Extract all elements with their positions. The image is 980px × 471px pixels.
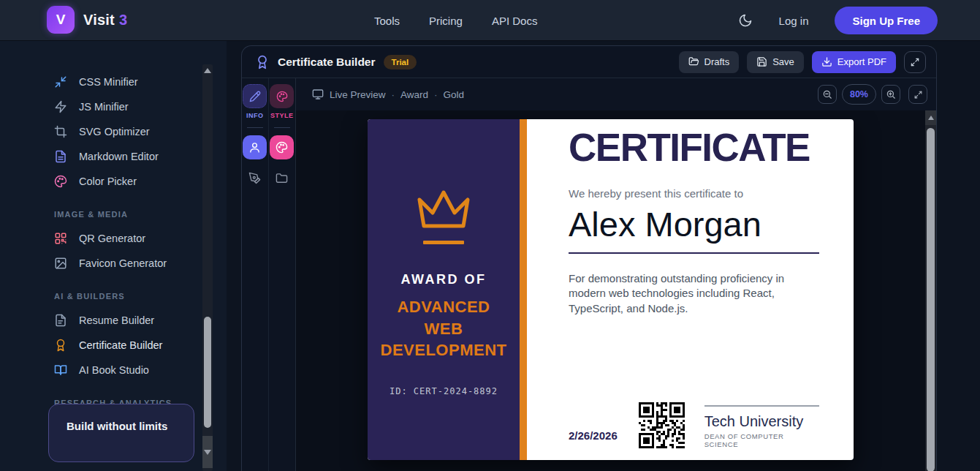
sidebar-section-ai-builders: AI & BUILDERS xyxy=(54,292,227,301)
certificate-footer: 2/26/2026 Tech University DEAN OF COMPUT… xyxy=(569,402,819,448)
sidebar-item-ai-book-studio[interactable]: AI Book Studio xyxy=(54,358,227,383)
zoom-in-icon xyxy=(886,89,896,99)
nav-link-pricing[interactable]: Pricing xyxy=(429,15,463,27)
sidebar-scrollbar-thumb[interactable] xyxy=(204,317,211,428)
scroll-up-arrow[interactable] xyxy=(925,110,936,125)
info-rail-column: INFO xyxy=(242,78,269,471)
sidebar-item-label: AI Book Studio xyxy=(79,364,149,376)
sidebar-item-label: Color Picker xyxy=(79,176,137,187)
scroll-up-arrow[interactable] xyxy=(202,64,213,76)
tab-style[interactable] xyxy=(270,84,294,108)
sidebar-item-label: Markdown Editor xyxy=(79,151,159,162)
present-line: We hereby present this certificate to xyxy=(569,187,819,200)
pencil-icon xyxy=(249,91,261,102)
save-icon xyxy=(756,56,767,67)
save-button[interactable]: Save xyxy=(747,51,804,73)
certificate-right-panel: CERTIFICATE We hereby present this certi… xyxy=(527,119,854,460)
sidebar-item-label: Favicon Generator xyxy=(79,257,167,269)
pen-tool-icon[interactable] xyxy=(248,172,261,184)
sidebar-item-resume-builder[interactable]: Resume Builder xyxy=(54,308,227,333)
preview-scrollbar[interactable] xyxy=(925,110,936,471)
tab-style-label: STYLE xyxy=(270,112,294,119)
theme-toggle-moon-icon[interactable] xyxy=(738,13,753,28)
zoom-level[interactable]: 80% xyxy=(842,84,876,105)
course-title: ADVANCED WEB DEVELOPMENT xyxy=(368,296,520,361)
editor-rail: INFO STYLE xyxy=(242,78,296,471)
signature-block: Tech University DEAN OF COMPUTER SCIENCE xyxy=(704,405,819,448)
login-link[interactable]: Log in xyxy=(779,15,809,27)
folder-icon[interactable] xyxy=(276,172,288,184)
download-icon xyxy=(821,56,832,67)
preview-column: Live Preview · Award · Gold 80% xyxy=(296,78,936,471)
separator-dot: · xyxy=(434,89,438,100)
zoom-out-icon xyxy=(822,89,832,99)
certificate-builder-panel: Certificate Builder Trial Drafts Save Ex… xyxy=(241,45,937,471)
certificate-date: 2/26/2026 xyxy=(569,429,621,442)
page-title: Certificate Builder xyxy=(278,56,376,69)
nav-link-api-docs[interactable]: API Docs xyxy=(492,15,538,27)
recipient-info-button[interactable] xyxy=(243,135,267,159)
certificate-title: CERTIFICATE xyxy=(569,127,819,169)
award-of-label: AWARD OF xyxy=(401,272,487,287)
signup-button[interactable]: Sign Up Free xyxy=(835,7,938,34)
crop-icon xyxy=(54,125,67,138)
sidebar-item-favicon-generator[interactable]: Favicon Generator xyxy=(54,251,227,276)
preview-fullscreen-button[interactable] xyxy=(908,85,927,104)
recipient-name: Alex Morgan xyxy=(569,203,810,245)
scroll-down-arrow[interactable] xyxy=(202,436,213,468)
palette-icon xyxy=(276,91,288,102)
sidebar-item-label: Certificate Builder xyxy=(79,339,162,351)
sidebar-item-label: CSS Minifier xyxy=(79,76,138,88)
sidebar-section-image-media: IMAGE & MEDIA xyxy=(54,210,227,219)
sidebar-item-css-minifier[interactable]: CSS Minifier xyxy=(54,69,227,94)
logo-version: 3 xyxy=(119,12,127,29)
nav-link-tools[interactable]: Tools xyxy=(374,15,400,27)
preview-canvas: AWARD OF ADVANCED WEB DEVELOPMENT ID: CE… xyxy=(296,110,936,471)
user-icon xyxy=(248,141,261,154)
nav-right: Log in Sign Up Free xyxy=(738,0,938,41)
rail-divider xyxy=(247,127,263,128)
save-label: Save xyxy=(772,56,794,67)
theme-name: Gold xyxy=(444,89,465,100)
image-icon xyxy=(54,257,67,270)
monitor-icon xyxy=(312,88,324,100)
sidebar-item-markdown-editor[interactable]: Markdown Editor xyxy=(54,144,227,169)
sidebar-item-js-minifier[interactable]: JS Minifier xyxy=(54,94,227,119)
sidebar-scrollbar[interactable] xyxy=(202,64,213,471)
file-text-icon xyxy=(54,150,67,163)
certificate-accent-stripe xyxy=(520,119,527,460)
promo-card[interactable]: Build without limits xyxy=(48,404,194,462)
minimize-icon xyxy=(54,75,67,88)
app-logo[interactable]: V Visit 3 xyxy=(47,6,127,34)
crown-underline xyxy=(423,241,464,244)
tab-info[interactable] xyxy=(243,84,267,108)
preview-scrollbar-thumb[interactable] xyxy=(927,128,935,471)
certificate-left-panel: AWARD OF ADVANCED WEB DEVELOPMENT ID: CE… xyxy=(368,119,520,460)
zoom-out-button[interactable] xyxy=(818,85,837,104)
rail-divider xyxy=(274,127,290,128)
panel-header: Certificate Builder Trial Drafts Save Ex… xyxy=(242,46,936,78)
sidebar-item-qr-generator[interactable]: QR Generator xyxy=(54,226,227,251)
certificate-id: ID: CERT-2024-8892 xyxy=(390,386,498,396)
promo-title: Build without limits xyxy=(67,420,194,432)
fullscreen-button[interactable] xyxy=(904,51,926,73)
maximize-icon xyxy=(913,90,923,99)
certificate-description: For demonstrating outstanding proficienc… xyxy=(569,271,804,317)
zap-icon xyxy=(54,100,67,113)
sidebar-item-certificate-builder[interactable]: Certificate Builder xyxy=(54,333,227,358)
export-pdf-button[interactable]: Export PDF xyxy=(812,51,896,73)
issuer-name: Tech University xyxy=(704,413,819,430)
trial-badge: Trial xyxy=(384,55,417,69)
folder-open-icon xyxy=(688,56,699,67)
palette-icon xyxy=(276,141,288,154)
drafts-button[interactable]: Drafts xyxy=(679,51,740,73)
certificate-preview: AWARD OF ADVANCED WEB DEVELOPMENT ID: CE… xyxy=(368,119,854,460)
name-underline xyxy=(569,252,819,254)
award-icon xyxy=(54,339,67,352)
sidebar-item-color-picker[interactable]: Color Picker xyxy=(54,169,227,194)
zoom-in-button[interactable] xyxy=(881,85,900,104)
sidebar-item-label: Resume Builder xyxy=(79,314,154,326)
theme-style-button[interactable] xyxy=(270,135,294,159)
sidebar-item-svg-optimizer[interactable]: SVG Optimizer xyxy=(54,119,227,144)
sidebar-item-label: SVG Optimizer xyxy=(79,126,150,137)
